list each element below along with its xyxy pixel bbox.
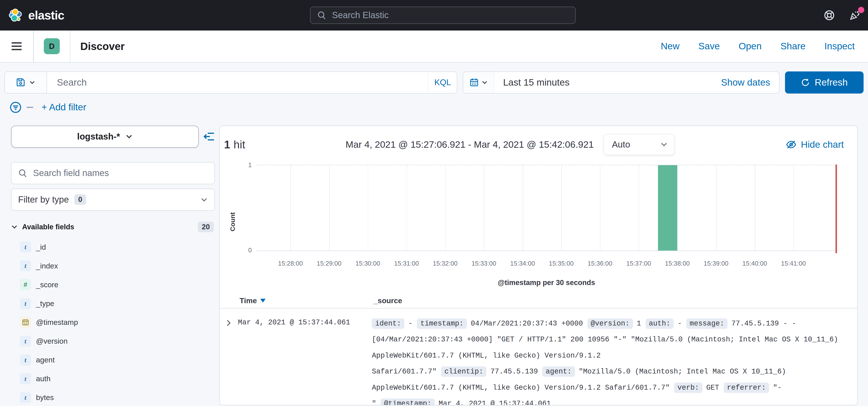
refresh-label: Refresh: [815, 77, 848, 88]
interval-select[interactable]: Auto: [604, 134, 675, 155]
time-column-label: Time: [240, 296, 257, 305]
global-search-placeholder: Search Elastic: [332, 10, 389, 20]
chevron-down-icon: [660, 141, 668, 148]
available-fields-count: 20: [198, 222, 214, 232]
field-item-_type[interactable]: t_type: [11, 294, 215, 313]
menu-link-inspect[interactable]: Inspect: [825, 41, 855, 52]
x-tick-label: 15:29:00: [317, 260, 341, 267]
field-type-string-icon: t: [20, 373, 31, 384]
page-title: Discover: [80, 40, 125, 53]
x-tick-label: 15:32:00: [433, 260, 458, 267]
index-pattern-selector[interactable]: logstash-*: [11, 126, 199, 148]
calendar-icon: [22, 319, 29, 326]
saved-query-button[interactable]: [5, 72, 47, 93]
field-name: _index: [36, 262, 58, 270]
help-icon[interactable]: [824, 10, 835, 21]
field-item-_id[interactable]: t_id: [11, 238, 215, 257]
search-query-input[interactable]: Search: [47, 72, 428, 93]
field-type-string-icon: t: [20, 241, 31, 252]
divider: [70, 31, 70, 62]
source-field-value: -: [678, 319, 682, 328]
menu-link-share[interactable]: Share: [780, 41, 805, 52]
column-header-time[interactable]: Time: [240, 296, 374, 305]
gridline: [716, 165, 717, 250]
x-tick-label: 15:37:00: [626, 260, 651, 267]
kibana-discover-app: elastic Search Elastic: [0, 0, 868, 406]
newsfeed-icon[interactable]: [849, 10, 860, 21]
index-pattern-label: logstash-*: [77, 132, 120, 141]
histogram-bar[interactable]: [658, 165, 677, 250]
documents-table: Time _source Mar 4, 2021 @ 15:37:44.061 …: [220, 293, 857, 405]
field-item-_index[interactable]: t_index: [11, 257, 215, 275]
field-name: auth: [36, 374, 51, 383]
field-item-_score[interactable]: #_score: [11, 275, 215, 294]
filter-icon[interactable]: [9, 101, 22, 113]
field-name: bytes: [36, 393, 54, 402]
chart-plot-area[interactable]: [256, 165, 837, 251]
gridline: [600, 165, 601, 250]
time-range-value[interactable]: Last 15 minutes: [494, 77, 569, 88]
source-field-value: -: [408, 319, 413, 328]
source-field-value: 04/Mar/2021:20:37:43 +0000: [471, 319, 583, 328]
field-item-@version[interactable]: t@version: [11, 332, 215, 350]
field-type-string-icon: t: [20, 298, 31, 309]
elastic-logo[interactable]: elastic: [8, 7, 64, 23]
source-field-name: @timestamp:: [381, 399, 435, 405]
table-header: Time _source: [220, 293, 857, 308]
collapse-sidebar-button[interactable]: [204, 132, 215, 141]
table-row: Mar 4, 2021 @ 15:37:44.061 ident:-timest…: [220, 308, 857, 405]
gridline: [639, 165, 640, 250]
chevron-down-icon: [125, 133, 133, 140]
filter-bar: + Add filter: [4, 94, 864, 120]
gridline: [484, 165, 485, 250]
refresh-button[interactable]: Refresh: [785, 71, 864, 94]
field-type-string-icon: t: [20, 260, 31, 271]
current-time-marker: [835, 165, 837, 253]
field-list: t_idt_index#_scoret_type@timestampt@vers…: [11, 238, 215, 405]
fields-sidebar: logstash-* Search field names Filter by …: [0, 126, 219, 406]
field-type-string-icon: t: [20, 354, 31, 366]
gridline: [523, 165, 523, 250]
calendar-icon: [469, 78, 479, 87]
source-field-name: auth:: [646, 318, 674, 329]
kql-button[interactable]: KQL: [428, 72, 457, 93]
hide-chart-button[interactable]: Hide chart: [786, 139, 844, 150]
field-type-string-icon: t: [20, 392, 31, 403]
brand-text: elastic: [28, 8, 64, 22]
menu-link-new[interactable]: New: [661, 41, 679, 52]
filter-by-type-label: Filter by type: [18, 195, 69, 205]
divider: [33, 31, 34, 62]
global-search-input[interactable]: Search Elastic: [310, 7, 576, 24]
field-item-auth[interactable]: tauth: [11, 369, 215, 388]
field-search-input[interactable]: Search field names: [11, 162, 215, 184]
expand-row-button[interactable]: [225, 319, 232, 327]
notification-dot: [858, 7, 864, 13]
show-dates-button[interactable]: Show dates: [721, 77, 779, 88]
filter-by-type-select[interactable]: Filter by type 0: [11, 189, 215, 211]
hits-count: 1 hit: [224, 138, 245, 151]
x-tick-label: 15:35:00: [549, 260, 574, 267]
menu-icon[interactable]: [9, 40, 24, 53]
source-field-name: agent:: [542, 366, 575, 377]
search-placeholder: Search: [57, 77, 87, 88]
date-picker-button[interactable]: [463, 72, 494, 93]
field-item-@timestamp[interactable]: @timestamp: [11, 313, 215, 332]
gridline: [329, 165, 330, 250]
field-item-bytes[interactable]: tbytes: [11, 388, 215, 405]
collapse-sidebar-icon: [204, 132, 215, 141]
field-name: agent: [36, 356, 55, 364]
field-name: @timestamp: [36, 318, 78, 327]
gridline: [561, 165, 562, 250]
column-header-source[interactable]: _source: [374, 296, 402, 305]
menu-link-open[interactable]: Open: [739, 41, 762, 52]
source-field-name: ident:: [372, 318, 404, 329]
menu-link-save[interactable]: Save: [698, 41, 720, 52]
field-name: _score: [36, 280, 58, 289]
field-item-agent[interactable]: tagent: [11, 350, 215, 369]
x-tick-label: 15:40:00: [742, 260, 767, 267]
app-initial: D: [49, 42, 55, 50]
add-filter-button[interactable]: + Add filter: [41, 102, 86, 112]
chevron-down-icon: [11, 224, 18, 230]
available-fields-header[interactable]: Available fields 20: [11, 222, 215, 232]
eye-slash-icon: [786, 139, 797, 150]
